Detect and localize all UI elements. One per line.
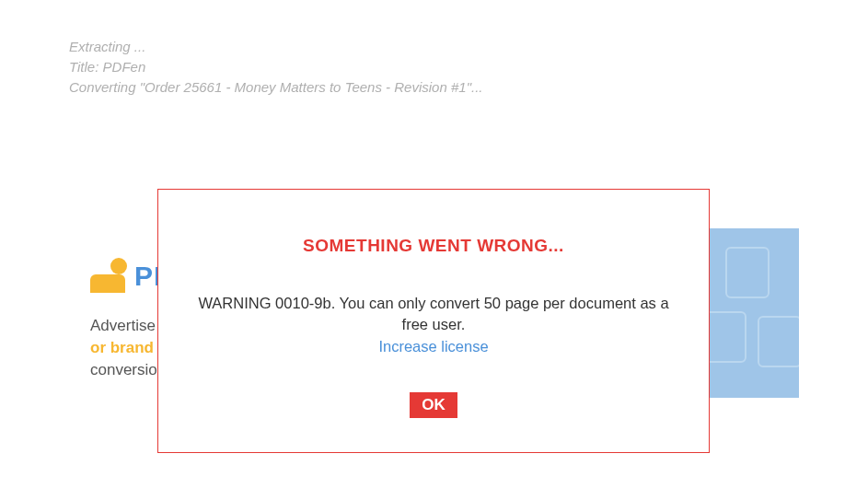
ad-text-part: conversio — [90, 361, 157, 378]
status-log: Extracting ... Title: PDFen Converting "… — [69, 37, 482, 98]
ad-text-part: Advertise — [90, 317, 156, 334]
increase-license-link[interactable]: Increase license — [195, 338, 672, 355]
status-line: Title: PDFen — [69, 57, 482, 77]
ad-highlight-text: or brand — [90, 339, 154, 356]
pdfen-logo-icon — [90, 258, 127, 295]
ok-button[interactable]: OK — [410, 392, 457, 418]
file-types-decoration — [707, 228, 799, 398]
error-modal: SOMETHING WENT WRONG... WARNING 0010-9b.… — [157, 189, 710, 453]
modal-warning-text: WARNING 0010-9b. You can only convert 50… — [195, 293, 672, 335]
modal-title: SOMETHING WENT WRONG... — [195, 236, 672, 256]
status-line: Converting "Order 25661 - Money Matters … — [69, 77, 482, 98]
status-line: Extracting ... — [69, 37, 482, 57]
